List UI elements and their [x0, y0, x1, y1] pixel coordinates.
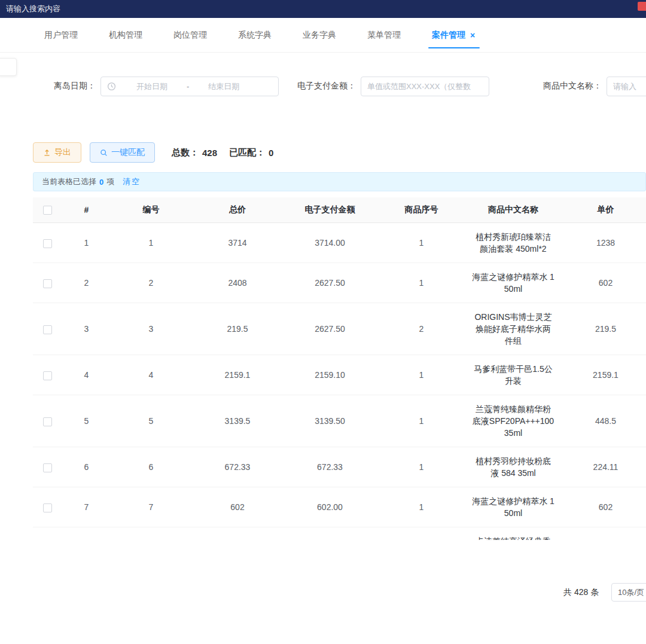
column-header: 编号	[111, 197, 191, 223]
tab-label: 用户管理	[44, 30, 78, 41]
cell-unit: 2159.1	[559, 355, 646, 395]
tab-label: 岗位管理	[173, 30, 207, 41]
row-checkbox-cell	[33, 527, 62, 541]
export-button-label: 导出	[54, 147, 71, 158]
cell-name: 海蓝之谜修护精萃水 150ml	[467, 263, 559, 303]
cell-seq: 1	[376, 395, 467, 447]
row-checkbox-cell	[33, 303, 62, 355]
matched-count-label: 已匹配：	[229, 147, 265, 158]
tab-label: 菜单管理	[367, 30, 401, 41]
cell-epay: 3139.50	[284, 395, 376, 447]
tab-bar: 用户管理机构管理岗位管理系统字典业务字典菜单管理案件管理×	[0, 18, 646, 53]
date-filter-label: 离岛日期：	[54, 81, 96, 91]
pagination-total: 共 428 条	[563, 587, 599, 598]
tab-菜单管理[interactable]: 菜单管理	[352, 18, 416, 52]
tab-系统字典[interactable]: 系统字典	[223, 18, 287, 52]
row-checkbox-cell	[33, 263, 62, 303]
table-row: 553139.53139.501兰蔻菁纯臻颜精华粉底液SPF20PA+++100…	[33, 395, 646, 447]
selection-prefix: 当前表格已选择	[42, 176, 96, 187]
cell-index: 8	[62, 527, 111, 541]
cell-epay: 1326.42	[284, 527, 376, 541]
select-all-checkbox[interactable]	[43, 206, 52, 215]
cell-total: 672.33	[191, 447, 284, 487]
table-row: 66672.33672.331植村秀羽纱持妆粉底液 584 35ml224.11	[33, 447, 646, 487]
cell-unit: 459.48	[559, 527, 646, 541]
cell-total: 3714	[191, 223, 284, 263]
cell-total: 2408	[191, 263, 284, 303]
table-row: 1137143714.001植村秀新琥珀臻萃洁颜油套装 450ml*21238	[33, 223, 646, 263]
cell-epay: 2159.10	[284, 355, 376, 395]
toolbar: 导出 一键匹配 总数： 428 已匹配： 0	[33, 142, 282, 163]
table-row: 77602602.001海蓝之谜修护精萃水 150ml602	[33, 487, 646, 527]
cell-seq: 1	[376, 447, 467, 487]
cell-total: 219.5	[191, 303, 284, 355]
date-range-picker[interactable]: -	[100, 77, 279, 96]
cell-total: 2159.1	[191, 355, 284, 395]
date-filter-group: 离岛日期： -	[54, 76, 279, 96]
tab-业务字典[interactable]: 业务字典	[287, 18, 352, 52]
cell-code: 6	[111, 447, 191, 487]
cell-epay: 602.00	[284, 487, 376, 527]
cell-code: 4	[111, 355, 191, 395]
data-table: #编号总价电子支付金额商品序号商品中文名称单价 1137143714.001植村…	[33, 197, 646, 540]
page-size-select[interactable]: 10条/页	[611, 583, 646, 602]
select-all-header	[33, 197, 62, 223]
export-button[interactable]: 导出	[33, 142, 81, 163]
table-head-row: #编号总价电子支付金额商品序号商品中文名称单价	[33, 197, 646, 223]
collapsed-panel-toggle[interactable]	[0, 58, 17, 76]
tab-用户管理[interactable]: 用户管理	[29, 18, 93, 52]
pagination: 共 428 条 10条/页	[0, 583, 646, 602]
start-date-input[interactable]	[121, 82, 183, 91]
end-date-input[interactable]	[193, 82, 255, 91]
close-icon[interactable]: ×	[469, 30, 476, 41]
row-checkbox[interactable]	[43, 463, 52, 472]
row-checkbox[interactable]	[43, 503, 52, 512]
cell-name: 卡诗菁纯亮泽经典香氛	[467, 527, 559, 541]
cell-code: 7	[111, 487, 191, 527]
row-checkbox[interactable]	[43, 417, 52, 426]
product-filter-group: 商品中文名称：	[543, 76, 646, 96]
page: 请输入搜索内容 用户管理机构管理岗位管理系统字典业务字典菜单管理案件管理× 离岛…	[0, 0, 646, 644]
global-search-input[interactable]: 请输入搜索内容	[0, 4, 60, 14]
cell-epay: 2627.50	[284, 303, 376, 355]
product-name-input[interactable]	[607, 77, 646, 96]
row-checkbox[interactable]	[43, 325, 52, 334]
row-checkbox-cell	[33, 487, 62, 527]
row-checkbox-cell	[33, 223, 62, 263]
row-checkbox-cell	[33, 447, 62, 487]
cell-index: 7	[62, 487, 111, 527]
product-filter-label: 商品中文名称：	[543, 81, 602, 91]
one-click-match-button[interactable]: 一键匹配	[90, 142, 155, 163]
row-checkbox[interactable]	[43, 279, 52, 288]
clock-icon	[107, 82, 116, 91]
column-header: 商品序号	[376, 197, 467, 223]
cell-seq: 2	[376, 303, 467, 355]
cell-total: 602	[191, 487, 284, 527]
cell-unit: 448.5	[559, 395, 646, 447]
cell-code: 5	[111, 395, 191, 447]
search-icon	[100, 149, 108, 157]
selection-info-bar: 当前表格已选择 0 项 清空	[33, 172, 646, 191]
cell-name: 兰蔻菁纯臻颜精华粉底液SPF20PA+++100 35ml	[467, 395, 559, 447]
total-count-label: 总数：	[172, 147, 199, 158]
row-checkbox[interactable]	[43, 371, 52, 380]
tab-岗位管理[interactable]: 岗位管理	[158, 18, 223, 52]
column-header: 总价	[191, 197, 284, 223]
row-checkbox[interactable]	[43, 239, 52, 248]
row-checkbox-cell	[33, 395, 62, 447]
cell-seq: 1	[376, 355, 467, 395]
notification-badge	[638, 2, 646, 11]
amount-input[interactable]	[361, 77, 489, 96]
tab-机构管理[interactable]: 机构管理	[93, 18, 158, 52]
cell-code: 1	[111, 223, 191, 263]
cell-seq: 1	[376, 263, 467, 303]
column-header: 商品中文名称	[467, 197, 559, 223]
total-count-value: 428	[202, 148, 217, 158]
table-row: 33219.52627.502ORIGINS韦博士灵芝焕能好底子精华水两件组21…	[33, 303, 646, 355]
cell-index: 6	[62, 447, 111, 487]
date-range-separator: -	[183, 82, 193, 91]
amount-filter-label: 电子支付金额：	[297, 81, 356, 91]
cell-code: 8	[111, 527, 191, 541]
clear-selection-link[interactable]: 清空	[123, 176, 141, 187]
tab-案件管理[interactable]: 案件管理×	[416, 18, 492, 52]
